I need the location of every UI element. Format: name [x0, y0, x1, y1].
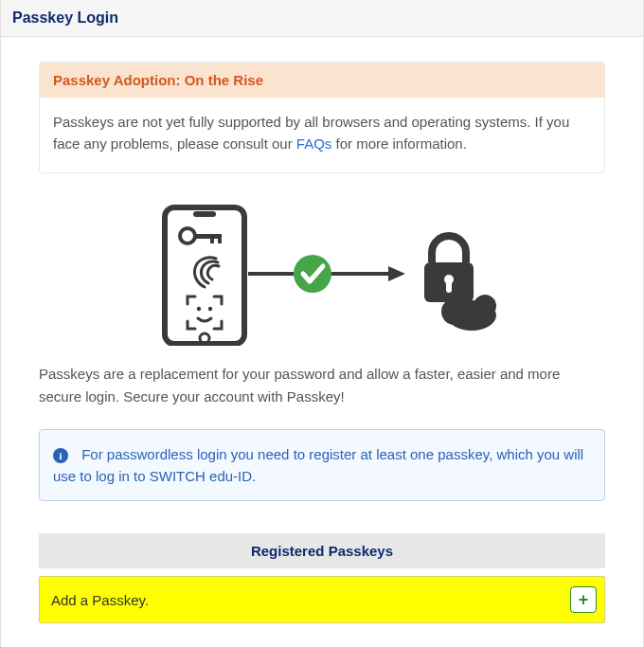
alert-card: Passkey Adoption: On the Rise Passkeys a… — [39, 62, 605, 173]
svg-rect-1 — [193, 211, 216, 217]
svg-point-17 — [474, 295, 496, 317]
page: Passkey Login Passkey Adoption: On the R… — [0, 0, 644, 647]
alert-text-after: for more information. — [331, 135, 467, 152]
info-text: For passwordless login you need to regis… — [53, 446, 583, 484]
info-icon: i — [53, 448, 68, 463]
add-passkey-button[interactable]: + — [570, 586, 597, 613]
svg-point-7 — [197, 306, 201, 310]
add-passkey-row: Add a Passkey. + — [39, 576, 605, 623]
svg-point-11 — [294, 255, 331, 293]
svg-point-16 — [441, 298, 468, 325]
svg-point-3 — [180, 228, 195, 243]
svg-rect-0 — [165, 207, 244, 344]
svg-point-2 — [200, 333, 209, 343]
svg-rect-5 — [210, 234, 214, 243]
page-title: Passkey Login — [12, 9, 118, 26]
passkey-illustration — [39, 196, 605, 363]
info-box: i For passwordless login you need to reg… — [39, 429, 605, 502]
alert-body: Passkeys are not yet fully supported by … — [40, 98, 604, 172]
plus-icon: + — [579, 591, 589, 608]
description-text: Passkeys are a replacement for your pass… — [39, 363, 605, 408]
svg-point-8 — [208, 306, 212, 310]
alert-title: Passkey Adoption: On the Rise — [40, 63, 604, 98]
add-passkey-label: Add a Passkey. — [51, 592, 149, 608]
svg-marker-10 — [388, 266, 405, 281]
page-header: Passkey Login — [1, 0, 643, 37]
content: Passkey Adoption: On the Rise Passkeys a… — [1, 37, 643, 647]
passkey-login-illustration-icon — [142, 204, 502, 346]
svg-rect-14 — [446, 281, 452, 293]
faqs-link[interactable]: FAQs — [296, 135, 332, 152]
svg-rect-6 — [218, 234, 222, 243]
svg-rect-4 — [193, 234, 222, 239]
registered-passkeys-header: Registered Passkeys — [39, 533, 605, 568]
